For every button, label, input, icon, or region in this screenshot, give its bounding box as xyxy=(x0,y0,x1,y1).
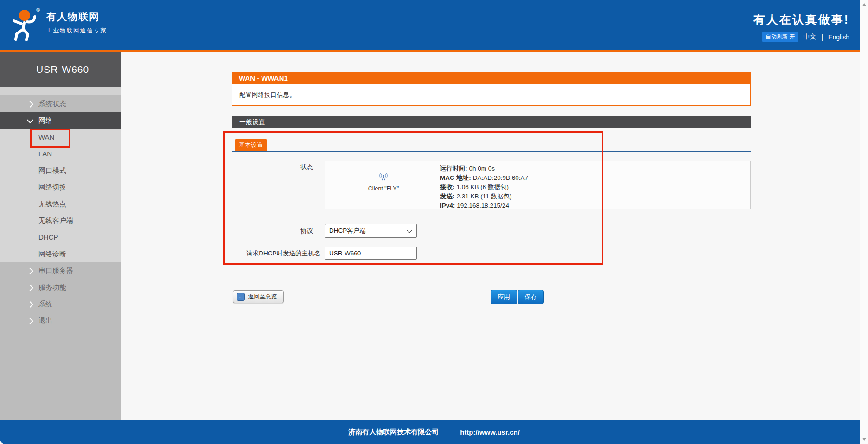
sidebar-divider xyxy=(0,87,121,95)
sidebar-item-wifi-client[interactable]: 无线客户端 xyxy=(0,212,121,229)
sidebar-item-label: WAN xyxy=(38,129,54,146)
sidebar-item-label: 退出 xyxy=(38,312,52,329)
sidebar-item-label: 服务功能 xyxy=(38,279,66,296)
auto-refresh-toggle[interactable]: 自动刷新 开 xyxy=(762,32,798,42)
interface-stats: 运行时间:0h 0m 0s MAC-地址:DA:AD:20:9B:60:A7 接… xyxy=(440,164,528,210)
stat-mac: MAC-地址:DA:AD:20:9B:60:A7 xyxy=(440,173,528,183)
brand-subtitle: 工业物联网通信专家 xyxy=(46,27,107,35)
chevron-right-icon xyxy=(27,285,33,291)
sidebar-item-logout[interactable]: 退出 xyxy=(0,312,121,329)
lang-separator: | xyxy=(821,33,823,41)
status-box: Client "FLY" 运行时间:0h 0m 0s MAC-地址:DA:AD:… xyxy=(325,161,751,209)
scroll-down-icon[interactable] xyxy=(862,438,867,441)
scroll-up-icon[interactable] xyxy=(862,3,867,6)
panel-description: 配置网络接口信息。 xyxy=(232,84,751,106)
back-button-label: 返回至总览 xyxy=(248,293,277,301)
header-controls: 自动刷新 开 中文 | English xyxy=(762,32,849,42)
hostname-label: 请求DHCP时发送的主机名 xyxy=(191,249,320,258)
main-content: WAN - WWAN1 配置网络接口信息。 一般设置 基本设置 状态 Clien… xyxy=(121,52,860,421)
arrow-left-icon: ← xyxy=(237,293,245,301)
lang-english-link[interactable]: English xyxy=(828,33,849,41)
sidebar-item-label: 网口模式 xyxy=(38,162,66,179)
hostname-input[interactable] xyxy=(325,247,417,260)
wifi-signal-icon xyxy=(379,172,388,181)
chevron-right-icon xyxy=(27,318,33,324)
status-label: 状态 xyxy=(232,163,313,171)
protocol-selected-value: DHCP客户端 xyxy=(329,227,366,234)
sidebar-item-system[interactable]: 系统 xyxy=(0,296,121,312)
sidebar-item-label: DHCP xyxy=(38,229,58,246)
sidebar-background xyxy=(0,329,121,421)
lang-chinese-link[interactable]: 中文 xyxy=(803,33,816,41)
protocol-select[interactable]: DHCP客户端 xyxy=(325,224,417,238)
brand-name: 有人物联网 xyxy=(46,10,100,23)
chevron-down-icon xyxy=(407,228,412,233)
tab-basic-settings[interactable]: 基本设置 xyxy=(235,139,267,151)
sidebar: USR-W660 系统状态 网络 WAN LAN 网口模式 网络切换 无线热点 … xyxy=(0,52,121,421)
sidebar-item-wifi-hotspot[interactable]: 无线热点 xyxy=(0,196,121,212)
stat-uptime: 运行时间:0h 0m 0s xyxy=(440,164,528,173)
scrollbar-track[interactable] xyxy=(860,0,868,444)
footer: 济南有人物联网技术有限公司 http://www.usr.cn/ xyxy=(0,420,868,444)
footer-url-link[interactable]: http://www.usr.cn/ xyxy=(460,428,520,436)
device-title-block: USR-W660 xyxy=(0,52,121,87)
stat-ipv4: IPv4:192.168.18.215/24 xyxy=(440,201,528,210)
back-to-overview-button[interactable]: ← 返回至总览 xyxy=(233,290,284,303)
sidebar-item-network[interactable]: 网络 xyxy=(0,112,121,129)
sidebar-item-label: 无线热点 xyxy=(38,196,66,212)
sidebar-item-label: LAN xyxy=(38,146,52,162)
sidebar-item-label: 无线客户端 xyxy=(38,212,73,229)
panel-title: WAN - WWAN1 xyxy=(232,72,751,84)
chevron-down-icon xyxy=(27,117,33,123)
section-header: 一般设置 xyxy=(232,116,751,128)
apply-button[interactable]: 应用 xyxy=(491,290,517,304)
sidebar-item-network-diagnosis[interactable]: 网络诊断 xyxy=(0,246,121,262)
client-cell: Client "FLY" xyxy=(353,172,414,192)
chevron-right-icon xyxy=(27,301,33,308)
chevron-right-icon xyxy=(27,268,33,274)
sidebar-item-label: 网络诊断 xyxy=(38,246,66,262)
slogan-text: 有人在认真做事! xyxy=(753,12,849,27)
sidebar-item-serial-server[interactable]: 串口服务器 xyxy=(0,262,121,279)
stat-tx: 发送:2.31 KB (11 数据包) xyxy=(440,192,528,201)
sidebar-item-port-mode[interactable]: 网口模式 xyxy=(0,162,121,179)
chevron-right-icon xyxy=(27,101,33,108)
client-label: Client "FLY" xyxy=(353,185,414,192)
sidebar-item-label: 网络切换 xyxy=(38,179,66,196)
save-button[interactable]: 保存 xyxy=(518,290,544,304)
sidebar-item-service-function[interactable]: 服务功能 xyxy=(0,279,121,296)
sidebar-item-dhcp[interactable]: DHCP xyxy=(0,229,121,246)
sidebar-item-lan[interactable]: LAN xyxy=(0,146,121,162)
sidebar-item-wan[interactable]: WAN xyxy=(0,129,121,146)
sidebar-item-label: 串口服务器 xyxy=(38,262,73,279)
sidebar-item-label: 网络 xyxy=(38,112,52,129)
device-name: USR-W660 xyxy=(36,64,89,75)
sidebar-item-system-status[interactable]: 系统状态 xyxy=(0,95,121,112)
top-header: ® 有人物联网 工业物联网通信专家 有人在认真做事! 自动刷新 开 中文 | E… xyxy=(0,0,868,50)
sidebar-item-network-switch[interactable]: 网络切换 xyxy=(0,179,121,196)
usr-logo-icon: ® xyxy=(7,5,42,42)
sidebar-item-label: 系统状态 xyxy=(38,95,66,112)
protocol-label: 协议 xyxy=(232,227,313,235)
tab-underline xyxy=(232,151,751,152)
stat-rx: 接收:1.06 KB (6 数据包) xyxy=(440,183,528,192)
sidebar-item-label: 系统 xyxy=(38,296,52,312)
svg-text:®: ® xyxy=(36,7,40,13)
footer-company: 济南有人物联网技术有限公司 xyxy=(348,428,439,437)
